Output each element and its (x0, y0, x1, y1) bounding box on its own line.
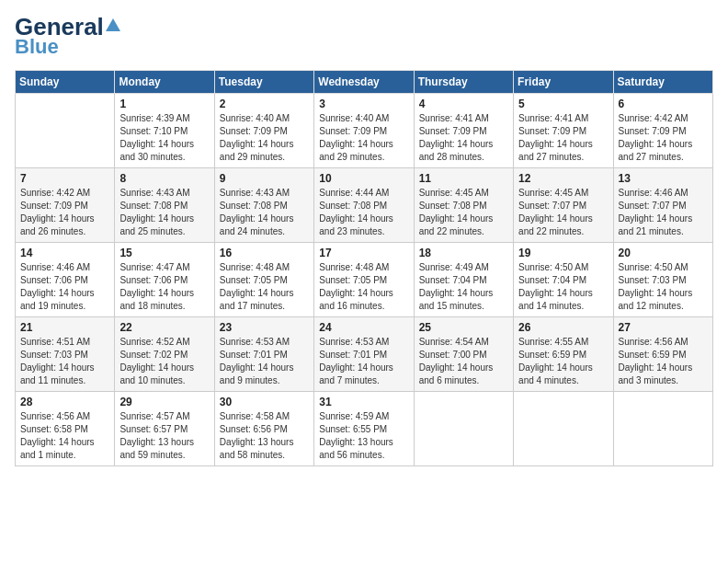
calendar-cell: 11Sunrise: 4:45 AMSunset: 7:08 PMDayligh… (414, 168, 513, 243)
calendar-cell: 9Sunrise: 4:43 AMSunset: 7:08 PMDaylight… (214, 168, 313, 243)
day-info: Sunrise: 4:42 AMSunset: 7:09 PMDaylight:… (619, 112, 708, 164)
day-number: 30 (220, 396, 309, 408)
day-info: Sunrise: 4:57 AMSunset: 6:57 PMDaylight:… (119, 410, 209, 462)
day-info: Sunrise: 4:51 AMSunset: 7:03 PMDaylight:… (20, 336, 109, 387)
calendar-cell: 20Sunrise: 4:50 AMSunset: 7:03 PMDayligh… (613, 243, 712, 317)
day-info: Sunrise: 4:56 AMSunset: 6:58 PMDaylight:… (20, 410, 109, 462)
day-info: Sunrise: 4:58 AMSunset: 6:56 PMDaylight:… (220, 410, 309, 462)
calendar-cell: 18Sunrise: 4:49 AMSunset: 7:04 PMDayligh… (414, 243, 513, 317)
day-info: Sunrise: 4:43 AMSunset: 7:08 PMDaylight:… (220, 187, 309, 238)
calendar-cell: 29Sunrise: 4:57 AMSunset: 6:57 PMDayligh… (115, 392, 214, 466)
day-info: Sunrise: 4:47 AMSunset: 7:06 PMDaylight:… (119, 261, 209, 313)
calendar-day-header: Monday (115, 71, 214, 94)
calendar-cell: 2Sunrise: 4:40 AMSunset: 7:09 PMDaylight… (214, 94, 313, 168)
calendar-cell: 31Sunrise: 4:59 AMSunset: 6:55 PMDayligh… (314, 392, 414, 466)
day-info: Sunrise: 4:46 AMSunset: 7:06 PMDaylight:… (20, 261, 109, 313)
calendar-cell: 27Sunrise: 4:56 AMSunset: 6:59 PMDayligh… (613, 317, 712, 392)
calendar-week-row: 1Sunrise: 4:39 AMSunset: 7:10 PMDaylight… (16, 94, 713, 168)
day-info: Sunrise: 4:41 AMSunset: 7:09 PMDaylight:… (518, 112, 608, 164)
day-number: 21 (20, 321, 109, 334)
calendar-cell (613, 392, 712, 466)
calendar-week-row: 14Sunrise: 4:46 AMSunset: 7:06 PMDayligh… (16, 243, 713, 317)
calendar-cell: 30Sunrise: 4:58 AMSunset: 6:56 PMDayligh… (214, 392, 313, 466)
day-number: 29 (119, 396, 209, 408)
calendar-cell: 26Sunrise: 4:55 AMSunset: 6:59 PMDayligh… (514, 317, 613, 392)
day-number: 14 (20, 247, 109, 259)
calendar-cell: 14Sunrise: 4:46 AMSunset: 7:06 PMDayligh… (16, 243, 115, 317)
day-info: Sunrise: 4:39 AMSunset: 7:10 PMDaylight:… (119, 112, 209, 164)
day-number: 7 (20, 172, 109, 185)
calendar-cell: 16Sunrise: 4:48 AMSunset: 7:05 PMDayligh… (214, 243, 313, 317)
calendar-cell: 17Sunrise: 4:48 AMSunset: 7:05 PMDayligh… (314, 243, 414, 317)
calendar-cell: 7Sunrise: 4:42 AMSunset: 7:09 PMDaylight… (16, 168, 115, 243)
day-info: Sunrise: 4:56 AMSunset: 6:59 PMDaylight:… (619, 336, 708, 387)
calendar-cell: 25Sunrise: 4:54 AMSunset: 7:00 PMDayligh… (414, 317, 513, 392)
calendar-day-header: Wednesday (314, 71, 414, 94)
day-info: Sunrise: 4:50 AMSunset: 7:04 PMDaylight:… (518, 261, 608, 313)
calendar-cell: 10Sunrise: 4:44 AMSunset: 7:08 PMDayligh… (314, 168, 414, 243)
calendar-cell: 28Sunrise: 4:56 AMSunset: 6:58 PMDayligh… (16, 392, 115, 466)
day-info: Sunrise: 4:46 AMSunset: 7:07 PMDaylight:… (619, 187, 708, 238)
day-number: 26 (518, 321, 608, 334)
day-number: 15 (119, 247, 209, 259)
calendar-cell: 12Sunrise: 4:45 AMSunset: 7:07 PMDayligh… (514, 168, 613, 243)
day-number: 11 (419, 172, 508, 185)
logo-triangle-icon (106, 18, 120, 31)
day-info: Sunrise: 4:41 AMSunset: 7:09 PMDaylight:… (419, 112, 508, 164)
calendar-cell: 19Sunrise: 4:50 AMSunset: 7:04 PMDayligh… (514, 243, 613, 317)
day-number: 5 (518, 98, 608, 110)
day-number: 28 (20, 396, 109, 408)
calendar-week-row: 21Sunrise: 4:51 AMSunset: 7:03 PMDayligh… (16, 317, 713, 392)
day-number: 31 (319, 396, 408, 408)
calendar-day-header: Tuesday (214, 71, 313, 94)
calendar-header: SundayMondayTuesdayWednesdayThursdayFrid… (16, 71, 713, 94)
day-info: Sunrise: 4:54 AMSunset: 7:00 PMDaylight:… (419, 336, 508, 387)
calendar-week-row: 28Sunrise: 4:56 AMSunset: 6:58 PMDayligh… (16, 392, 713, 466)
calendar-cell: 24Sunrise: 4:53 AMSunset: 7:01 PMDayligh… (314, 317, 414, 392)
calendar-day-header: Friday (514, 71, 613, 94)
calendar-header-row: SundayMondayTuesdayWednesdayThursdayFrid… (16, 71, 713, 94)
calendar-body: 1Sunrise: 4:39 AMSunset: 7:10 PMDaylight… (16, 94, 713, 466)
day-number: 16 (220, 247, 309, 259)
calendar-cell: 5Sunrise: 4:41 AMSunset: 7:09 PMDaylight… (514, 94, 613, 168)
calendar-cell: 23Sunrise: 4:53 AMSunset: 7:01 PMDayligh… (214, 317, 313, 392)
day-number: 10 (319, 172, 408, 185)
day-number: 3 (319, 98, 408, 110)
day-number: 2 (220, 98, 309, 110)
calendar-cell: 8Sunrise: 4:43 AMSunset: 7:08 PMDaylight… (115, 168, 214, 243)
day-number: 27 (619, 321, 708, 334)
calendar-day-header: Thursday (414, 71, 513, 94)
day-info: Sunrise: 4:49 AMSunset: 7:04 PMDaylight:… (419, 261, 508, 313)
calendar-cell: 21Sunrise: 4:51 AMSunset: 7:03 PMDayligh… (16, 317, 115, 392)
page-header: General Blue (15, 15, 713, 59)
calendar-week-row: 7Sunrise: 4:42 AMSunset: 7:09 PMDaylight… (16, 168, 713, 243)
logo-blue: Blue (15, 35, 59, 59)
day-number: 19 (518, 247, 608, 259)
day-info: Sunrise: 4:50 AMSunset: 7:03 PMDaylight:… (619, 261, 708, 313)
day-number: 12 (518, 172, 608, 185)
calendar-day-header: Sunday (16, 71, 115, 94)
day-number: 1 (119, 98, 209, 110)
day-info: Sunrise: 4:42 AMSunset: 7:09 PMDaylight:… (20, 187, 109, 238)
day-number: 9 (220, 172, 309, 185)
day-number: 18 (419, 247, 508, 259)
day-number: 4 (419, 98, 508, 110)
calendar-cell: 3Sunrise: 4:40 AMSunset: 7:09 PMDaylight… (314, 94, 414, 168)
calendar-cell: 13Sunrise: 4:46 AMSunset: 7:07 PMDayligh… (613, 168, 712, 243)
calendar-cell: 15Sunrise: 4:47 AMSunset: 7:06 PMDayligh… (115, 243, 214, 317)
day-number: 24 (319, 321, 408, 334)
day-info: Sunrise: 4:48 AMSunset: 7:05 PMDaylight:… (220, 261, 309, 313)
day-info: Sunrise: 4:48 AMSunset: 7:05 PMDaylight:… (319, 261, 408, 313)
day-info: Sunrise: 4:45 AMSunset: 7:07 PMDaylight:… (518, 187, 608, 238)
day-number: 20 (619, 247, 708, 259)
day-number: 13 (619, 172, 708, 185)
calendar-cell: 22Sunrise: 4:52 AMSunset: 7:02 PMDayligh… (115, 317, 214, 392)
day-info: Sunrise: 4:40 AMSunset: 7:09 PMDaylight:… (319, 112, 408, 164)
day-number: 25 (419, 321, 508, 334)
day-info: Sunrise: 4:45 AMSunset: 7:08 PMDaylight:… (419, 187, 508, 238)
calendar-cell: 6Sunrise: 4:42 AMSunset: 7:09 PMDaylight… (613, 94, 712, 168)
calendar-cell (16, 94, 115, 168)
day-info: Sunrise: 4:53 AMSunset: 7:01 PMDaylight:… (319, 336, 408, 387)
day-number: 8 (119, 172, 209, 185)
day-info: Sunrise: 4:53 AMSunset: 7:01 PMDaylight:… (220, 336, 309, 387)
